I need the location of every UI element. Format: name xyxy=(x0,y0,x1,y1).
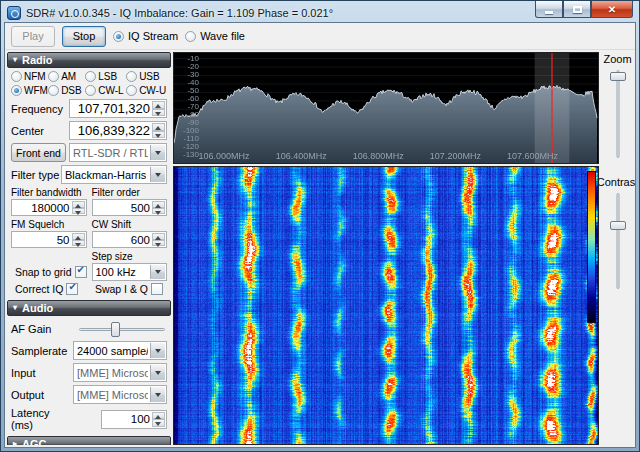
agc-panel-header[interactable]: ▸ AGC xyxy=(7,436,171,445)
mode-label: CW-U xyxy=(139,85,166,96)
mode-option-cwl[interactable]: CW-L xyxy=(85,85,126,96)
spinner-down-icon[interactable] xyxy=(152,419,165,427)
zoom-label: Zoom xyxy=(603,53,631,65)
agc-panel: ▸ AGC xyxy=(7,436,171,445)
slider-track[interactable] xyxy=(616,70,619,158)
mode-option-nfm[interactable]: NFM xyxy=(11,71,48,82)
radio-panel-body: NFM AM LSB USB WFM DSB CW-L CW-U Frequen… xyxy=(7,68,171,299)
fm-squelch-spinner[interactable] xyxy=(72,233,85,246)
close-button[interactable]: ✕ xyxy=(591,1,633,18)
radio-button-icon xyxy=(126,85,137,96)
cw-shift-spinner[interactable] xyxy=(152,233,165,246)
waterfall-display[interactable] xyxy=(173,166,599,445)
window-controls: ✕ xyxy=(535,1,633,18)
zoom-slider[interactable] xyxy=(607,68,629,160)
source-iq-stream[interactable]: IQ Stream xyxy=(113,30,178,42)
slider-track[interactable] xyxy=(79,328,165,331)
frequency-label: Frequency xyxy=(11,103,69,115)
samplerate-select[interactable]: 24000 sample/sec xyxy=(73,341,167,360)
contrast-label: Contrast xyxy=(597,176,635,188)
fm-squelch-input[interactable]: 50 xyxy=(11,231,87,248)
snap-to-grid-option[interactable]: Snap to grid xyxy=(11,266,87,281)
wave-file-label: Wave file xyxy=(200,30,245,42)
frequency-spinner[interactable] xyxy=(152,101,165,116)
snap-to-grid-checkbox[interactable] xyxy=(75,266,87,278)
display-area: -10 -20 -30 -40 -50 -60 -70 -80 -90 -100… xyxy=(171,52,601,445)
spinner-down-icon[interactable] xyxy=(152,208,165,215)
swap-iq-checkbox[interactable] xyxy=(151,283,163,295)
source-wave-file[interactable]: Wave file xyxy=(185,30,245,42)
spinner-down-icon[interactable] xyxy=(152,131,165,139)
audio-panel-title: Audio xyxy=(22,302,53,314)
samplerate-label: Samplerate xyxy=(11,345,73,357)
dropdown-arrow-icon xyxy=(150,343,165,358)
frequency-value: 107,701,320 xyxy=(78,101,150,116)
radio-button-icon xyxy=(11,71,22,82)
radio-button-icon xyxy=(85,85,96,96)
mode-option-dsb[interactable]: DSB xyxy=(48,85,85,96)
spectrum-display[interactable]: -10 -20 -30 -40 -50 -60 -70 -80 -90 -100… xyxy=(173,52,599,164)
radio-panel-header[interactable]: ▾ Radio xyxy=(7,52,171,68)
mode-label: DSB xyxy=(61,85,82,96)
audio-panel-header[interactable]: ▾ Audio xyxy=(7,300,171,316)
output-select[interactable]: [MME] Microsoft Sound xyxy=(73,385,167,404)
stop-button[interactable]: Stop xyxy=(62,26,106,47)
mode-option-wfm[interactable]: WFM xyxy=(11,85,48,96)
spinner-up-icon[interactable] xyxy=(152,101,165,109)
waterfall-canvas[interactable] xyxy=(174,167,598,444)
filter-bandwidth-spinner[interactable] xyxy=(72,201,85,214)
minimize-button[interactable] xyxy=(535,1,563,18)
wave-file-radio[interactable] xyxy=(185,31,196,42)
radio-button-icon xyxy=(85,71,96,82)
latency-label: Latency (ms) xyxy=(11,407,73,431)
spinner-up-icon[interactable] xyxy=(152,412,165,420)
maximize-button[interactable] xyxy=(563,1,591,18)
input-select[interactable]: [MME] Microsoft Sound xyxy=(73,363,167,382)
center-input[interactable]: 106,839,322 xyxy=(69,121,167,140)
front-end-device: RTL-SDR / RTL2832U xyxy=(73,147,148,159)
spectrum-canvas[interactable] xyxy=(174,53,598,163)
dropdown-arrow-icon xyxy=(150,145,165,160)
maximize-icon xyxy=(573,6,582,13)
step-size-label: Step size xyxy=(92,251,168,262)
slider-thumb[interactable] xyxy=(111,322,120,337)
af-gain-slider[interactable] xyxy=(77,320,167,338)
filter-bandwidth-input[interactable]: 180000 xyxy=(11,199,87,216)
slider-track[interactable] xyxy=(616,193,619,289)
spinner-up-icon[interactable] xyxy=(152,123,165,131)
spinner-down-icon[interactable] xyxy=(152,240,165,247)
mode-option-lsb[interactable]: LSB xyxy=(85,71,126,82)
step-size-select[interactable]: 100 kHz xyxy=(92,263,168,281)
filter-order-input[interactable]: 500 xyxy=(92,199,168,216)
mode-option-usb[interactable]: USB xyxy=(126,71,167,82)
slider-thumb[interactable] xyxy=(610,72,626,81)
latency-spinner[interactable] xyxy=(152,412,165,427)
window-title: SDR# v1.0.0.345 - IQ Imbalance: Gain = 1… xyxy=(26,7,333,19)
cw-shift-input[interactable]: 600 xyxy=(92,231,168,248)
mode-option-cwu[interactable]: CW-U xyxy=(126,85,167,96)
filter-order-spinner[interactable] xyxy=(152,201,165,214)
spinner-down-icon[interactable] xyxy=(72,208,85,215)
contrast-slider[interactable] xyxy=(607,191,629,291)
collapse-arrow-icon: ▾ xyxy=(13,304,17,312)
mode-label: CW-L xyxy=(98,85,123,96)
titlebar[interactable]: SDR# v1.0.0.345 - IQ Imbalance: Gain = 1… xyxy=(1,1,639,22)
iq-stream-radio[interactable] xyxy=(113,31,124,42)
latency-input[interactable]: 100 xyxy=(101,410,167,429)
filter-type-select[interactable]: Blackman-Harris xyxy=(61,165,167,184)
swap-iq-option[interactable]: Swap I & Q xyxy=(95,283,163,295)
app-icon xyxy=(7,6,21,20)
mode-option-am[interactable]: AM xyxy=(48,71,85,82)
slider-thumb[interactable] xyxy=(610,221,626,230)
snap-to-grid-label: Snap to grid xyxy=(15,266,72,278)
frequency-input[interactable]: 107,701,320 xyxy=(69,99,167,118)
front-end-select[interactable]: RTL-SDR / RTL2832U xyxy=(69,143,167,162)
play-button[interactable]: Play xyxy=(11,26,55,47)
center-spinner[interactable] xyxy=(152,123,165,138)
spinner-down-icon[interactable] xyxy=(72,240,85,247)
correct-iq-option[interactable]: Correct IQ xyxy=(15,283,78,295)
spinner-down-icon[interactable] xyxy=(152,109,165,117)
center-label: Center xyxy=(11,125,69,137)
correct-iq-checkbox[interactable] xyxy=(66,283,78,295)
front-end-button[interactable]: Front end xyxy=(11,143,66,162)
